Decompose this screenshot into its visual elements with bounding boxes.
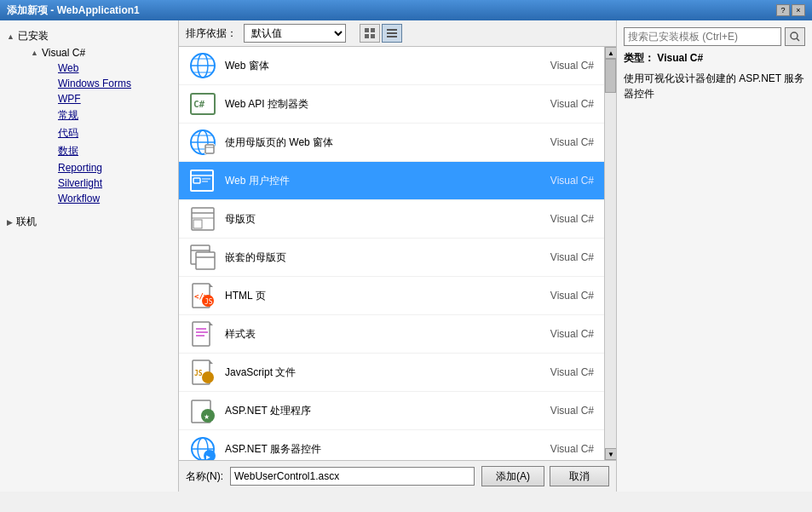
item-name-master-page: 母版页 xyxy=(225,212,526,227)
item-category-javascript: Visual C# xyxy=(526,366,594,378)
svg-rect-22 xyxy=(191,170,213,191)
search-button[interactable] xyxy=(785,27,805,46)
bottom-bar: 名称(N): 添加(A) 取消 xyxy=(179,460,616,492)
item-category-aspnet-handler: Visual C# xyxy=(526,405,594,417)
titlebar: 添加新项 - WebApplication1 ? × xyxy=(0,0,812,20)
svg-point-61 xyxy=(791,32,798,39)
list-item[interactable]: 使用母版页的 Web 窗体 Visual C# xyxy=(179,124,604,162)
sidebar-item-wpf[interactable]: WPF xyxy=(27,91,175,106)
sidebar-item-silverlight[interactable]: Silverlight xyxy=(27,175,175,191)
item-category-html-page: Visual C# xyxy=(526,290,594,302)
item-category-aspnet-server-ctrl: Visual C# xyxy=(526,443,594,455)
installed-label: 已安装 xyxy=(18,29,49,43)
item-icon-html-page: </> JS xyxy=(189,282,216,309)
item-icon-master-web-form xyxy=(189,129,216,156)
item-icon-web-form xyxy=(189,52,216,79)
sidebar-item-windows-forms[interactable]: Windows Forms xyxy=(27,76,175,91)
list-item[interactable]: ▶ ASP.NET 服务器控件 Visual C# xyxy=(179,430,604,460)
sidebar: ▲ 已安装 ▲ Visual C# Web Windows Forms WPF … xyxy=(0,20,179,492)
description: 使用可视化设计器创建的 ASP.NET 服务器控件 xyxy=(624,71,805,101)
visual-cs-arrow: ▲ xyxy=(31,49,38,57)
scrollbar[interactable]: ▲ ▼ xyxy=(604,47,616,460)
item-category-stylesheet: Visual C# xyxy=(526,328,594,340)
installed-header[interactable]: ▲ 已安装 xyxy=(3,27,175,45)
item-name-javascript: JavaScript 文件 xyxy=(225,365,526,380)
grid-view-button[interactable] xyxy=(360,24,380,43)
center-panel: 排序依据： 默认值 名称 类型 xyxy=(179,20,616,492)
list-item[interactable]: JS JavaScript 文件 Visual C# xyxy=(179,354,604,392)
sidebar-item-web[interactable]: Web xyxy=(27,60,175,76)
visual-cs-header[interactable]: ▲ Visual C# xyxy=(27,45,175,60)
svg-rect-6 xyxy=(387,36,397,37)
scroll-down[interactable]: ▼ xyxy=(605,448,616,460)
cancel-button[interactable]: 取消 xyxy=(550,466,609,486)
item-icon-aspnet-server-ctrl: ▶ xyxy=(189,435,216,460)
item-icon-web-user-control xyxy=(189,167,216,194)
view-icons xyxy=(360,24,402,43)
scroll-thumb[interactable] xyxy=(605,59,616,93)
list-item[interactable]: Web 用户控件 Visual C# xyxy=(179,162,604,200)
item-name-aspnet-server-ctrl: ASP.NET 服务器控件 xyxy=(225,442,526,457)
list-view-button[interactable] xyxy=(382,24,402,43)
lian-ji-label: 联机 xyxy=(16,215,37,229)
type-info: 类型： Visual C# xyxy=(624,51,805,66)
sort-label: 排序依据： xyxy=(186,26,237,41)
search-input[interactable] xyxy=(624,27,781,46)
svg-rect-39 xyxy=(193,322,210,346)
sidebar-item-normal[interactable]: 常规 xyxy=(27,106,175,124)
svg-rect-3 xyxy=(371,34,375,38)
list-item[interactable]: Web 窗体 Visual C# xyxy=(179,47,604,85)
visual-cs-section: ▲ Visual C# Web Windows Forms WPF 常规 代码 … xyxy=(3,45,175,206)
sidebar-item-data[interactable]: 数据 xyxy=(27,142,175,160)
svg-rect-5 xyxy=(387,32,397,34)
svg-rect-27 xyxy=(192,208,214,230)
item-category-web-user-control: Visual C# xyxy=(526,175,594,187)
list-item[interactable]: 样式表 Visual C# xyxy=(179,315,604,354)
item-icon-aspnet-handler: ★ xyxy=(189,397,216,424)
svg-text:▶: ▶ xyxy=(206,453,210,460)
list-item[interactable]: ★ ASP.NET 处理程序 Visual C# xyxy=(179,392,604,430)
sidebar-item-code[interactable]: 代码 xyxy=(27,124,175,142)
svg-rect-33 xyxy=(196,252,215,269)
titlebar-controls: ? × xyxy=(776,4,805,16)
close-button[interactable]: × xyxy=(792,4,805,16)
item-name-web-user-control: Web 用户控件 xyxy=(225,174,526,188)
items-list: Web 窗体 Visual C# C# Web API 控制器类 Visual … xyxy=(179,47,604,460)
list-item[interactable]: 嵌套的母版页 Visual C# xyxy=(179,239,604,277)
item-icon-nested-master xyxy=(189,244,216,271)
sidebar-item-workflow[interactable]: Workflow xyxy=(27,191,175,206)
svg-text:★: ★ xyxy=(204,413,210,421)
item-icon-stylesheet xyxy=(189,320,216,348)
right-panel: 类型： Visual C# 使用可视化设计器创建的 ASP.NET 服务器控件 xyxy=(616,20,812,492)
scroll-track[interactable] xyxy=(605,59,616,448)
help-button[interactable]: ? xyxy=(776,4,790,16)
svg-rect-24 xyxy=(193,178,200,183)
titlebar-title: 添加新项 - WebApplication1 xyxy=(7,3,140,18)
name-label: 名称(N): xyxy=(186,469,223,484)
installed-section: ▲ 已安装 ▲ Visual C# Web Windows Forms WPF … xyxy=(3,27,175,206)
toolbar: 排序依据： 默认值 名称 类型 xyxy=(179,20,616,47)
scroll-up[interactable]: ▲ xyxy=(605,47,616,59)
installed-arrow: ▲ xyxy=(7,32,14,41)
sidebar-item-reporting[interactable]: Reporting xyxy=(27,160,175,175)
visual-cs-label: Visual C# xyxy=(42,47,85,59)
svg-rect-2 xyxy=(365,34,369,38)
svg-text:JS: JS xyxy=(194,370,203,377)
type-label: 类型： xyxy=(624,52,654,64)
svg-point-45 xyxy=(202,371,214,383)
item-icon-javascript: JS xyxy=(189,359,216,386)
list-item[interactable]: C# Web API 控制器类 Visual C# xyxy=(179,85,604,124)
svg-line-62 xyxy=(797,38,799,41)
lian-ji-header[interactable]: ▶ 联机 xyxy=(3,213,175,231)
list-item[interactable]: </> JS HTML 页 Visual C# xyxy=(179,277,604,315)
action-buttons: 添加(A) 取消 xyxy=(481,466,609,486)
item-category-web-form: Visual C# xyxy=(526,60,594,72)
svg-text:C#: C# xyxy=(193,99,205,110)
sort-select[interactable]: 默认值 名称 类型 xyxy=(244,24,346,43)
lian-ji-arrow: ▶ xyxy=(7,218,13,227)
add-button[interactable]: 添加(A) xyxy=(481,466,544,486)
item-category-master-web-form: Visual C# xyxy=(526,136,594,148)
list-item[interactable]: 母版页 Visual C# xyxy=(179,200,604,239)
name-input[interactable] xyxy=(230,467,475,486)
svg-text:JS: JS xyxy=(204,298,213,306)
